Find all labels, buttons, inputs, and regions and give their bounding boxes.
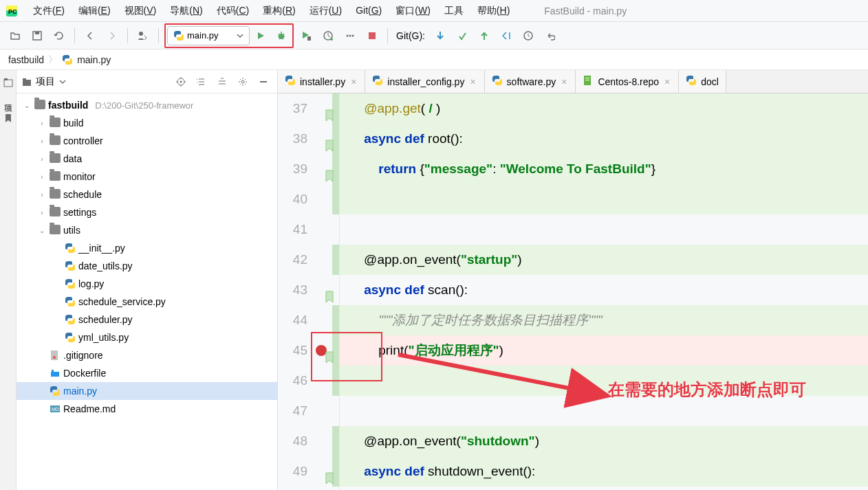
rollback-button[interactable] [541,26,560,45]
tree-row[interactable]: log.py [17,275,277,293]
settings-button[interactable] [235,74,251,90]
tree-arrow[interactable] [37,350,47,360]
debug-button[interactable] [272,26,291,45]
tree-arrow[interactable] [52,333,62,342]
run-config-selector[interactable]: main.py [167,26,250,45]
tree-row[interactable]: Dockerfile [17,364,277,382]
gutter-line[interactable]: 40 [278,184,339,214]
tree-row[interactable]: ›settings [17,203,277,221]
editor-tab[interactable]: Centos-8.repo× [576,70,679,93]
bookmarks-tab-icon[interactable] [1,111,15,125]
tree-row[interactable]: ⌄fastbuildD:\200-Git\250-framewor [17,96,277,114]
close-icon[interactable]: × [560,76,568,87]
close-icon[interactable]: × [468,76,477,87]
run-with-coverage-button[interactable] [296,26,316,45]
menu-item[interactable]: 视图(V) [118,2,164,19]
editor-tab[interactable]: docl [679,70,726,93]
git-fetch-button[interactable] [497,26,516,45]
tree-row[interactable]: ›build [17,114,277,132]
menu-item[interactable]: 代码(C) [210,2,256,19]
forward-button[interactable] [102,26,122,45]
tree-arrow[interactable]: › [37,208,47,217]
code-line[interactable]: async def root(): [340,124,868,154]
expand-all-button[interactable] [193,74,210,90]
fold-marker[interactable] [325,284,334,296]
menu-item[interactable]: 工具 [437,2,470,19]
tree-row[interactable]: scheduler.py [17,311,277,328]
menu-item[interactable]: 导航(N) [163,2,209,19]
tree-row[interactable]: main.py [17,382,277,400]
close-icon[interactable]: × [349,76,358,87]
tree-arrow[interactable] [52,261,62,271]
tree-arrow[interactable]: › [37,118,47,128]
tree-row[interactable]: ›schedule [17,186,277,203]
code-with-me-button[interactable] [133,26,153,45]
gutter-line[interactable]: 41 [278,214,339,245]
gutter-line[interactable]: 38 [278,124,339,154]
editor-tab[interactable]: software.py× [485,70,576,93]
gutter-line[interactable]: 42 [278,245,339,275]
gutter-line[interactable]: 49 [278,456,339,487]
menu-item[interactable]: 运行(U) [303,2,349,19]
fold-marker[interactable] [325,465,334,478]
run-button[interactable] [251,26,270,45]
breadcrumb-root[interactable]: fastbuild [8,54,44,65]
tree-arrow[interactable] [37,368,47,378]
project-tree[interactable]: ⌄fastbuildD:\200-Git\250-framewor›build›… [17,93,277,490]
tree-row[interactable]: date_utils.py [17,257,277,275]
git-update-button[interactable] [431,26,450,45]
fold-marker[interactable] [325,163,334,175]
gutter-line[interactable]: 44 [278,305,339,335]
fold-marker[interactable] [325,133,334,145]
tree-arrow[interactable] [52,243,62,253]
back-button[interactable] [80,26,100,45]
code-line[interactable]: async def scan(): [340,275,868,305]
tree-row[interactable]: yml_utils.py [17,328,277,346]
tree-row[interactable]: ›monitor [17,168,277,186]
tree-row[interactable]: .gitignore [17,346,277,364]
tree-row[interactable]: ›data [17,150,277,168]
tree-arrow[interactable] [37,386,47,396]
hide-button[interactable] [255,74,272,90]
gutter-line[interactable]: 39 [278,154,339,184]
code-line[interactable]: print("启动应用程序") [340,335,868,366]
chevron-down-icon[interactable] [59,78,66,85]
close-icon[interactable]: × [663,76,671,87]
reload-button[interactable] [50,26,69,45]
gutter[interactable]: 37383940414243444546474849 [278,93,340,490]
code-line[interactable]: return {"message": "Welcome To FastBuild… [340,154,868,184]
menu-item[interactable]: 文件(F) [26,2,72,19]
fold-marker[interactable] [325,102,334,115]
tree-row[interactable]: schedule_service.py [17,293,277,311]
project-tab-icon[interactable] [1,76,15,89]
menu-item[interactable]: Git(G) [349,2,389,19]
open-button[interactable] [6,26,25,45]
tree-arrow[interactable]: › [37,136,47,146]
code-line[interactable] [340,214,868,245]
editor-tab[interactable]: installer_config.py× [365,70,484,93]
gutter-line[interactable]: 43 [278,275,339,305]
profile-button[interactable] [318,26,338,45]
menu-item[interactable]: 窗口(W) [389,2,437,19]
menu-item[interactable]: 编辑(E) [72,2,118,19]
tree-arrow[interactable]: › [37,190,47,199]
code-line[interactable]: @app.get( / ) [340,93,868,124]
tree-arrow[interactable]: ⌄ [22,100,32,110]
menu-item[interactable]: 帮助(H) [470,2,517,19]
code-line[interactable]: async def shutdown_event(): [340,456,868,487]
editor-tab[interactable]: installer.py× [278,70,365,93]
gutter-line[interactable]: 48 [278,426,339,456]
tree-row[interactable]: ⌄utils [17,221,277,239]
history-button[interactable] [519,26,538,45]
save-button[interactable] [28,26,47,45]
tree-arrow[interactable]: › [37,172,47,181]
stop-button[interactable] [362,26,382,45]
code-line[interactable]: @app.on_event("startup") [340,245,868,275]
more-run-button[interactable] [340,26,360,45]
tree-row[interactable]: __init__.py [17,239,277,257]
project-tab[interactable]: 项目 [1,92,15,103]
tree-arrow[interactable] [52,279,62,289]
gutter-line[interactable]: 47 [278,396,339,426]
code-line[interactable]: """添加了定时任务数据条目扫描程序""" [340,305,868,335]
git-push-button[interactable] [475,26,494,45]
